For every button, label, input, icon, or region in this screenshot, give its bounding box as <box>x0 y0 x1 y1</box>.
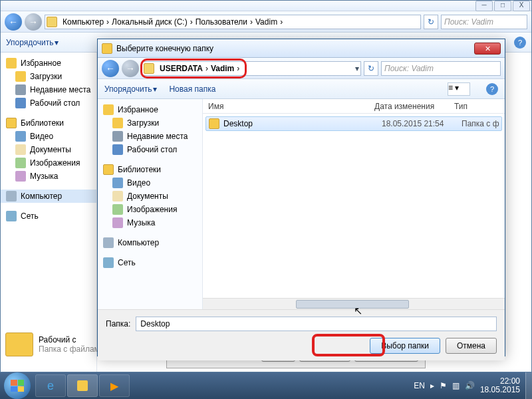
tray-action-icon[interactable]: ⚑ <box>440 381 447 390</box>
favorites-header[interactable]: Избранное <box>98 103 202 116</box>
folder-icon <box>112 118 123 128</box>
file-row-selected[interactable]: Desktop 18.05.2015 21:54 Папка с ф <box>205 116 502 131</box>
sidebar-documents[interactable]: Документы <box>98 190 202 203</box>
breadcrumb-item[interactable]: Пользователи <box>193 15 250 29</box>
breadcrumb-item[interactable]: Локальный диск (C:) <box>109 15 190 29</box>
sidebar-desktop[interactable]: Рабочий стол <box>1 96 96 110</box>
sidebar-recent[interactable]: Недавние места <box>1 83 96 96</box>
computer-icon <box>103 237 114 248</box>
dialog-title: Выберите конечную папку <box>116 44 213 53</box>
libraries-header[interactable]: Библиотеки <box>98 163 202 176</box>
close-button[interactable]: X <box>513 1 530 11</box>
dialog-close-button[interactable]: ✕ <box>474 43 501 55</box>
column-headers[interactable]: Имя Дата изменения Тип <box>203 99 505 114</box>
sidebar-network[interactable]: Сеть <box>98 256 202 269</box>
bg-folder-sub: Папка с файлами <box>39 344 104 354</box>
sidebar-computer[interactable]: Компьютер <box>98 236 202 249</box>
breadcrumb-item[interactable]: Vadim <box>208 62 237 75</box>
dialog-back-button[interactable]: ← <box>102 60 119 77</box>
folder-name-input[interactable] <box>136 317 497 331</box>
help-button[interactable]: ? <box>486 83 498 95</box>
video-icon <box>112 178 123 188</box>
parent-nav-bar: ← → Компьютер› Локальный диск (C:)› Поль… <box>1 11 531 33</box>
sidebar-downloads[interactable]: Загрузки <box>1 70 96 83</box>
dialog-refresh-button[interactable]: ↻ <box>364 61 378 76</box>
star-icon <box>6 58 17 68</box>
sidebar-documents[interactable]: Документы <box>1 143 96 156</box>
favorites-header[interactable]: Избранное <box>1 57 96 70</box>
dropdown-icon[interactable]: ▾ <box>355 64 359 73</box>
parent-sidebar: Избранное Загрузки Недавние места Рабочи… <box>1 53 97 372</box>
breadcrumb-item[interactable]: USERDATA <box>157 62 205 75</box>
sidebar-network[interactable]: Сеть <box>1 209 96 223</box>
sidebar-pictures[interactable]: Изображения <box>1 156 96 170</box>
new-folder-button[interactable]: Новая папка <box>169 84 215 94</box>
breadcrumb-item[interactable]: Vadim <box>253 15 280 29</box>
wmp-icon: ▶ <box>110 380 118 392</box>
recent-icon <box>112 131 123 142</box>
system-tray: EN ▸ ⚑ ▥ 🔊 22:00 18.05.2015 <box>414 377 525 394</box>
parent-titlebar: ─ □ X <box>1 1 531 11</box>
scroll-thumb[interactable] <box>296 300 409 309</box>
sidebar-recent[interactable]: Недавние места <box>98 130 202 143</box>
dialog-nav-bar: ← → USERDATA› Vadim› ▾ ↻ Поиск: Vadim <box>98 58 505 79</box>
network-icon <box>103 257 114 268</box>
libraries-header[interactable]: Библиотеки <box>1 116 96 130</box>
music-icon <box>112 217 123 228</box>
language-indicator[interactable]: EN <box>414 381 425 390</box>
dialog-breadcrumb-bar[interactable]: USERDATA› Vadim› ▾ <box>142 61 361 76</box>
music-icon <box>15 171 26 182</box>
document-icon <box>112 191 123 201</box>
help-button[interactable]: ? <box>514 37 526 49</box>
sidebar-downloads[interactable]: Загрузки <box>98 116 202 130</box>
folder-icon <box>144 63 154 74</box>
sidebar-computer[interactable]: Компьютер <box>1 190 96 203</box>
dialog-file-area: Имя Дата изменения Тип Desktop 18.05.201… <box>203 99 505 309</box>
taskbar-explorer[interactable] <box>67 374 98 397</box>
select-folder-button[interactable]: Выбор папки <box>370 338 440 354</box>
file-list[interactable]: Desktop 18.05.2015 21:54 Папка с ф <box>203 114 505 298</box>
folder-icon <box>102 43 112 54</box>
search-input[interactable]: Поиск: Vadim <box>441 15 527 29</box>
col-name[interactable]: Имя <box>208 102 374 111</box>
dialog-forward-button[interactable]: → <box>122 60 139 77</box>
forward-button[interactable]: → <box>25 13 42 31</box>
sidebar-desktop[interactable]: Рабочий стол <box>98 143 202 156</box>
horizontal-scrollbar[interactable] <box>203 298 505 309</box>
organize-menu[interactable]: Упорядочить ▾ <box>104 84 157 94</box>
tray-network-icon[interactable]: ▥ <box>452 381 460 390</box>
show-desktop-button[interactable] <box>525 372 532 399</box>
back-button[interactable]: ← <box>5 13 22 31</box>
sidebar-music[interactable]: Музыка <box>98 216 202 229</box>
breadcrumb-bar[interactable]: Компьютер› Локальный диск (C:)› Пользова… <box>45 15 421 29</box>
file-type: Папка с ф <box>462 119 499 128</box>
sidebar-pictures[interactable]: Изображения <box>98 203 202 216</box>
tray-flag-icon[interactable]: ▸ <box>430 381 434 390</box>
sidebar-videos[interactable]: Видео <box>1 130 96 143</box>
organize-menu[interactable]: Упорядочить ▾ <box>6 38 59 47</box>
tray-clock[interactable]: 22:00 18.05.2015 <box>480 377 520 394</box>
minimize-button[interactable]: ─ <box>475 1 493 11</box>
folder-picker-dialog: Выберите конечную папку ✕ ← → USERDATA› … <box>97 39 505 356</box>
sidebar-videos[interactable]: Видео <box>98 176 202 190</box>
ie-icon: e <box>47 379 54 393</box>
view-button[interactable]: ≡ ▾ <box>448 82 470 96</box>
sidebar-music[interactable]: Музыка <box>1 170 96 183</box>
tray-volume-icon[interactable]: 🔊 <box>465 381 475 390</box>
cancel-button[interactable]: Отмена <box>446 338 497 354</box>
maximize-button[interactable]: □ <box>494 1 511 11</box>
refresh-button[interactable]: ↻ <box>424 15 438 29</box>
star-icon <box>103 104 114 115</box>
taskbar-ie[interactable]: e <box>35 374 66 397</box>
breadcrumb-item[interactable]: Компьютер <box>60 15 106 29</box>
folder-icon <box>15 71 26 82</box>
start-button[interactable] <box>4 372 31 399</box>
dialog-toolbar: Упорядочить ▾ Новая папка ≡ ▾ ? <box>98 79 505 99</box>
col-type[interactable]: Тип <box>454 102 467 111</box>
dialog-footer: Папка: Выбор папки Отмена <box>98 309 505 360</box>
dialog-search-input[interactable]: Поиск: Vadim <box>381 61 501 76</box>
col-date[interactable]: Дата изменения <box>374 102 454 111</box>
bg-folder-item: Рабочий с Папка с файлами <box>5 332 104 356</box>
picture-icon <box>112 204 123 215</box>
taskbar-wmp[interactable]: ▶ <box>99 374 130 397</box>
